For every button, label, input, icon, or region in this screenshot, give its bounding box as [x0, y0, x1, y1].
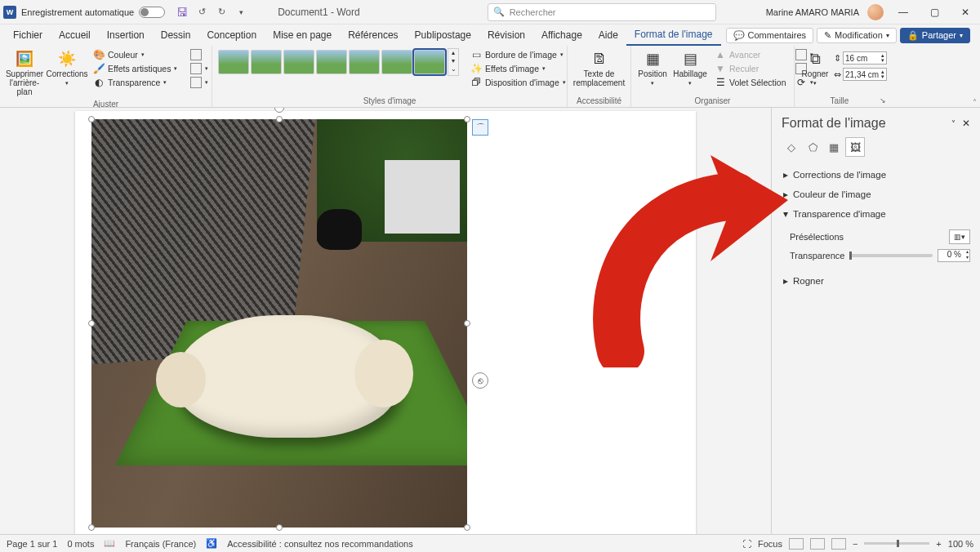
word-app-icon: W — [3, 6, 16, 19]
status-words[interactable]: 0 mots — [67, 539, 94, 549]
document-canvas[interactable]: ⌒ ⎋ — [0, 108, 771, 534]
tab-dessin[interactable]: Dessin — [153, 25, 199, 45]
crop-button[interactable]: ⧉Rogner▾ — [800, 48, 831, 88]
selpane-label: Volet Sélection — [729, 78, 786, 87]
tab-aide[interactable]: Aide — [590, 25, 626, 45]
picture-style-4[interactable] — [316, 50, 347, 74]
view-read-button[interactable] — [789, 538, 804, 550]
resize-handle-tm[interactable] — [276, 116, 283, 122]
picture-style-3[interactable] — [283, 50, 314, 74]
section-color[interactable]: ▸Couleur de l'image — [782, 185, 970, 204]
zoom-out-button[interactable]: − — [853, 539, 858, 549]
send-backward-button[interactable]: ▼Reculer — [711, 62, 789, 75]
corrections-button[interactable]: ☀️ Corrections ▾ — [47, 48, 87, 88]
selection-pane-button[interactable]: ☰Volet Sélection — [711, 76, 789, 89]
resize-handle-tl[interactable] — [88, 116, 95, 122]
alt-text-button[interactable]: 🖺 Texte de remplacement — [572, 48, 626, 89]
reset-picture-button[interactable]: ▾ — [187, 76, 212, 89]
picture-effects-button[interactable]: ✨Effets d'image▾ — [467, 62, 569, 75]
tab-publipostage[interactable]: Publipostage — [407, 25, 479, 45]
zoom-value[interactable]: 100 % — [948, 539, 973, 549]
resize-handle-mr[interactable] — [464, 320, 470, 327]
undo-icon[interactable]: ↺ — [194, 5, 209, 20]
tab-format-image[interactable]: Format de l'image — [626, 24, 721, 46]
picture-style-6[interactable] — [381, 50, 412, 74]
view-web-button[interactable] — [831, 538, 846, 550]
size-launcher-icon[interactable]: ↘ — [880, 96, 886, 105]
tab-affichage[interactable]: Affichage — [533, 25, 590, 45]
focus-icon[interactable]: ⛶ — [742, 539, 751, 549]
resize-handle-bm[interactable] — [276, 524, 283, 531]
ribbon-collapse-button[interactable]: ˄ — [969, 98, 980, 107]
picture-style-1[interactable] — [218, 50, 249, 74]
height-input[interactable]: 16 cm▴▾ — [843, 51, 887, 65]
tab-revision[interactable]: Révision — [479, 25, 533, 45]
wrap-text-button[interactable]: ▤Habillage▾ — [672, 48, 708, 88]
window-minimize[interactable]: — — [892, 5, 915, 20]
section-transparency[interactable]: ▾Transparence d'image — [782, 204, 970, 224]
autosave-toggle[interactable] — [139, 7, 165, 18]
bring-forward-button[interactable]: ▲Avancer — [711, 48, 789, 61]
status-language[interactable]: Français (France) — [125, 539, 196, 549]
account-avatar[interactable] — [867, 4, 884, 20]
tab-insertion[interactable]: Insertion — [99, 25, 153, 45]
layout-anchor-button[interactable]: ⎋ — [472, 372, 488, 389]
status-focus[interactable]: Focus — [758, 539, 782, 549]
presets-button[interactable]: ▥▾ — [949, 229, 970, 244]
pane-tab-fill[interactable]: ◇ — [782, 137, 801, 157]
search-input[interactable]: 🔍 Rechercher — [488, 3, 716, 21]
position-label: Position — [638, 69, 667, 78]
qat-dropdown-icon[interactable]: ▾ — [234, 5, 248, 20]
zoom-slider[interactable] — [864, 542, 929, 545]
pane-collapse-icon[interactable]: ˅ — [951, 119, 956, 128]
resize-handle-tr[interactable] — [464, 116, 470, 122]
pane-tab-picture[interactable]: 🖼 — [845, 137, 865, 157]
tab-mise-en-page[interactable]: Mise en page — [265, 25, 340, 45]
picture-border-button[interactable]: ▭Bordure de l'image▾ — [467, 48, 569, 61]
window-close[interactable]: ✕ — [954, 5, 977, 20]
compress-button[interactable] — [187, 48, 212, 61]
border-label: Bordure de l'image — [485, 50, 557, 60]
change-picture-button[interactable]: ▾ — [187, 62, 212, 75]
layout-options-button[interactable]: ⌒ — [472, 119, 488, 136]
tab-accueil[interactable]: Accueil — [51, 25, 99, 45]
autosave-label: Enregistrement automatique — [21, 7, 134, 17]
width-input[interactable]: 21,34 cm▴▾ — [843, 68, 887, 81]
resize-handle-br[interactable] — [464, 524, 470, 531]
status-accessibility[interactable]: Accessibilité : consultez nos recommanda… — [227, 539, 412, 549]
pane-tab-layout[interactable]: ▦ — [824, 137, 844, 157]
comments-button[interactable]: 💬Commentaires — [726, 28, 814, 43]
redo-icon[interactable]: ↻ — [214, 5, 229, 20]
resize-handle-bl[interactable] — [88, 524, 95, 531]
picture-layout-button[interactable]: 🗇Disposition d'image▾ — [467, 76, 569, 89]
rotate-handle[interactable] — [274, 108, 284, 113]
save-icon[interactable]: 🖫 — [175, 5, 189, 20]
section-corrections[interactable]: ▸Corrections de l'image — [782, 165, 970, 185]
section-crop[interactable]: ▸Rogner — [782, 271, 970, 291]
artistic-effects-button[interactable]: 🖌️Effets artistiques▾ — [90, 62, 180, 75]
share-button[interactable]: 🔒Partager▾ — [900, 28, 970, 43]
pane-close-icon[interactable]: ✕ — [962, 118, 970, 129]
resize-handle-ml[interactable] — [88, 320, 95, 327]
remove-background-button[interactable]: 🖼️ Supprimer l'arrière-plan — [5, 48, 44, 98]
zoom-in-button[interactable]: + — [936, 539, 941, 549]
picture-style-7[interactable] — [414, 50, 445, 74]
selected-image[interactable]: ⌒ ⎋ — [91, 119, 467, 528]
transparency-button[interactable]: ◐Transparence▾ — [90, 76, 180, 89]
tab-fichier[interactable]: Fichier — [5, 25, 51, 45]
status-page[interactable]: Page 1 sur 1 — [7, 539, 57, 549]
window-maximize[interactable]: ▢ — [923, 5, 946, 20]
color-button[interactable]: 🎨Couleur▾ — [90, 48, 180, 61]
styles-gallery-scroll[interactable]: ▴▾⌄ — [448, 48, 459, 76]
picture-style-2[interactable] — [251, 50, 282, 74]
tab-conception[interactable]: Conception — [198, 25, 265, 45]
editing-mode-button[interactable]: ✎Modification▾ — [817, 28, 897, 43]
position-button[interactable]: ▦Position▾ — [636, 48, 669, 88]
transparency-value-input[interactable]: 0 % — [938, 249, 970, 262]
view-print-button[interactable] — [810, 538, 825, 550]
tab-references[interactable]: Références — [340, 25, 406, 45]
transparency-slider[interactable] — [849, 254, 933, 257]
pane-tab-effects[interactable]: ⬠ — [803, 137, 822, 157]
picture-style-5[interactable] — [349, 50, 380, 74]
spellcheck-icon[interactable]: 📖 — [104, 538, 115, 549]
